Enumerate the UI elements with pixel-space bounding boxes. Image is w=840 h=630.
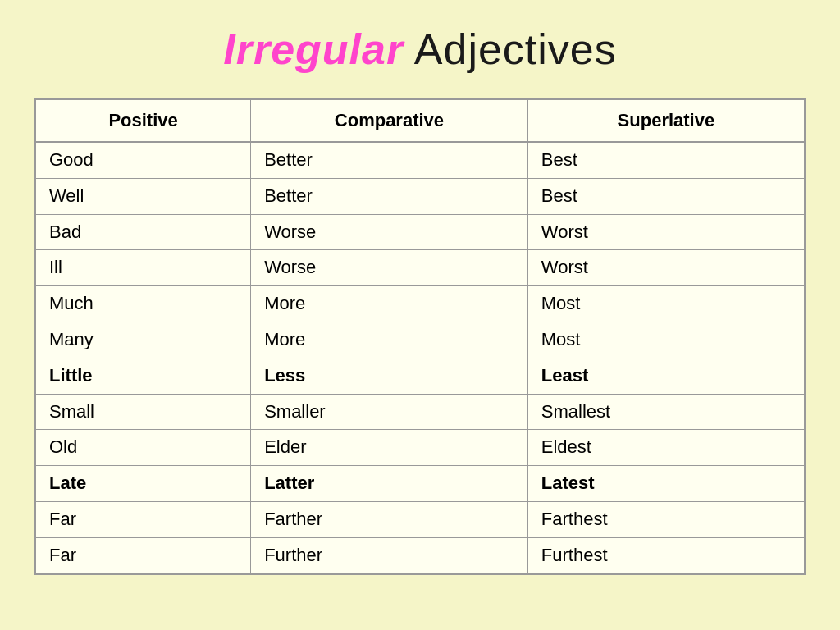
table-row: GoodBetterBest: [35, 142, 805, 178]
cell-comparative-0: Better: [251, 142, 528, 178]
cell-positive-3: Ill: [35, 250, 251, 286]
cell-superlative-2: Worst: [527, 214, 805, 250]
cell-positive-4: Much: [35, 286, 251, 322]
cell-comparative-4: More: [251, 286, 528, 322]
cell-comparative-8: Elder: [251, 430, 528, 466]
header-comparative: Comparative: [251, 99, 528, 142]
adjectives-table: Positive Comparative Superlative GoodBet…: [34, 98, 806, 575]
page-title: Irregular Adjectives: [223, 25, 617, 74]
cell-superlative-1: Best: [527, 178, 805, 214]
cell-positive-5: Many: [35, 322, 251, 358]
cell-superlative-9: Latest: [527, 466, 805, 502]
cell-positive-6: Little: [35, 358, 251, 394]
cell-positive-0: Good: [35, 142, 251, 178]
cell-comparative-10: Farther: [251, 501, 528, 537]
header-positive: Positive: [35, 99, 251, 142]
cell-superlative-11: Furthest: [527, 537, 805, 573]
cell-superlative-3: Worst: [527, 250, 805, 286]
cell-comparative-7: Smaller: [251, 394, 528, 430]
cell-positive-7: Small: [35, 394, 251, 430]
cell-comparative-1: Better: [251, 178, 528, 214]
cell-superlative-5: Most: [527, 322, 805, 358]
table-row: FarFartherFarthest: [35, 501, 805, 537]
table-header-row: Positive Comparative Superlative: [35, 99, 805, 142]
table-row: OldElderEldest: [35, 430, 805, 466]
cell-comparative-6: Less: [251, 358, 528, 394]
cell-comparative-3: Worse: [251, 250, 528, 286]
table-row: WellBetterBest: [35, 178, 805, 214]
cell-positive-1: Well: [35, 178, 251, 214]
table-row: FarFurtherFurthest: [35, 537, 805, 573]
table-row: LittleLessLeast: [35, 358, 805, 394]
cell-superlative-8: Eldest: [527, 430, 805, 466]
table-row: ManyMoreMost: [35, 322, 805, 358]
cell-positive-10: Far: [35, 501, 251, 537]
cell-positive-11: Far: [35, 537, 251, 573]
title-irregular: Irregular: [223, 25, 404, 73]
cell-superlative-7: Smallest: [527, 394, 805, 430]
cell-positive-8: Old: [35, 430, 251, 466]
cell-comparative-11: Further: [251, 537, 528, 573]
cell-comparative-5: More: [251, 322, 528, 358]
cell-comparative-9: Latter: [251, 466, 528, 502]
cell-superlative-10: Farthest: [527, 501, 805, 537]
cell-superlative-6: Least: [527, 358, 805, 394]
cell-superlative-4: Most: [527, 286, 805, 322]
table-row: MuchMoreMost: [35, 286, 805, 322]
header-superlative: Superlative: [527, 99, 805, 142]
table-row: SmallSmallerSmallest: [35, 394, 805, 430]
cell-superlative-0: Best: [527, 142, 805, 178]
table-row: IllWorseWorst: [35, 250, 805, 286]
table-row: LateLatterLatest: [35, 466, 805, 502]
title-adjectives: Adjectives: [404, 25, 617, 73]
cell-positive-9: Late: [35, 466, 251, 502]
table-row: BadWorseWorst: [35, 214, 805, 250]
cell-comparative-2: Worse: [251, 214, 528, 250]
cell-positive-2: Bad: [35, 214, 251, 250]
